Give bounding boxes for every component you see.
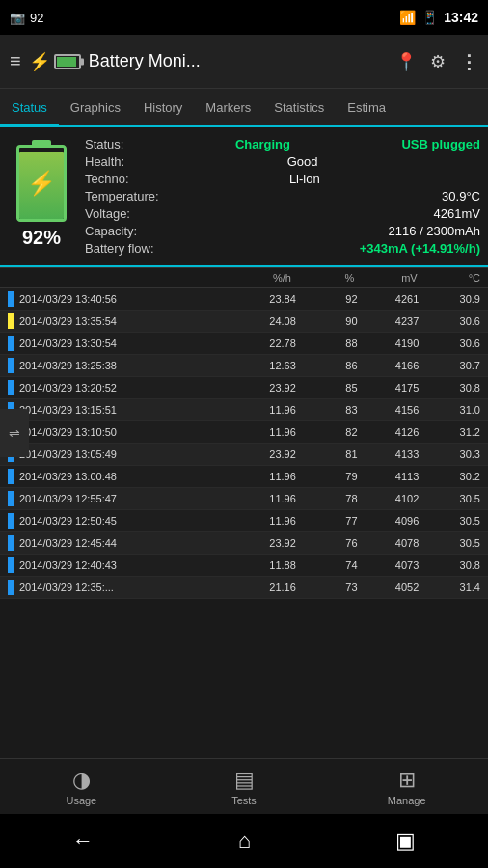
table-row[interactable]: 2014/03/29 12:35:... 21.16 73 4052 31.4: [0, 577, 488, 599]
row-indicator: [8, 313, 14, 329]
capacity-label: Capacity:: [85, 224, 137, 238]
row-temp: 30.9: [419, 293, 480, 305]
th-temp: °C: [418, 272, 480, 284]
row-datetime: 2014/03/29 13:35:54: [19, 315, 234, 327]
flow-label: Battery flow:: [85, 241, 154, 256]
nav-manage[interactable]: ⊞ Manage: [325, 759, 488, 814]
row-mv: 4113: [358, 471, 420, 482]
health-label: Health:: [85, 154, 124, 169]
row-datetime: 2014/03/29 13:40:56: [19, 293, 234, 305]
th-mv: mV: [354, 272, 417, 284]
row-mv: 4126: [358, 426, 420, 438]
battery-bar-icon: [54, 54, 81, 69]
tab-statistics[interactable]: Statistics: [262, 91, 336, 127]
usb-label: USB plugged: [401, 137, 480, 151]
table-row[interactable]: 2014/03/29 13:20:52 23.92 85 4175 30.8: [0, 377, 488, 399]
row-percent: 81: [296, 448, 358, 460]
nav-usage-label: Usage: [66, 795, 96, 806]
tab-estima[interactable]: Estima: [336, 91, 397, 127]
row-datetime: 2014/03/29 12:45:44: [19, 537, 234, 549]
tab-markers[interactable]: Markers: [194, 91, 262, 127]
tab-graphics[interactable]: Graphics: [59, 91, 132, 127]
location-icon[interactable]: 📍: [395, 51, 417, 72]
status-bar-number: 92: [30, 11, 43, 25]
row-rate: 11.96: [234, 493, 296, 504]
table-row[interactable]: 2014/03/29 13:15:51 11.96 83 4156 31.0: [0, 399, 488, 421]
table-row[interactable]: 2014/03/29 13:10:50 11.96 82 4126 31.2: [0, 421, 488, 444]
row-mv: 4190: [358, 338, 420, 349]
bolt-icon: ⚡: [27, 170, 56, 197]
row-mv: 4078: [358, 537, 420, 549]
row-percent: 77: [296, 515, 358, 527]
status-bar-left: 📷 92: [10, 11, 43, 25]
nav-tests[interactable]: ▤ Tests: [163, 759, 326, 814]
row-datetime: 2014/03/29 13:00:48: [19, 471, 234, 482]
table-row[interactable]: 2014/03/29 12:45:44 23.92 76 4078 30.5: [0, 532, 488, 555]
row-datetime: 2014/03/29 12:40:43: [19, 559, 234, 571]
capacity-value: 2116 / 2300mAh: [389, 224, 480, 238]
menu-button[interactable]: ≡: [10, 50, 21, 72]
main-content: ⇌ %/h % mV °C 2014/03/29 13:40:56 23.84 …: [0, 267, 488, 599]
row-rate: 24.08: [234, 315, 296, 327]
time-display: 13:42: [444, 10, 478, 25]
table-row[interactable]: 2014/03/29 12:55:47 11.96 78 4102 30.5: [0, 488, 488, 510]
nav-tests-label: Tests: [231, 795, 257, 806]
row-temp: 30.2: [419, 471, 480, 482]
row-indicator: [8, 535, 14, 551]
th-rate: %/h: [229, 272, 291, 284]
table-row[interactable]: 2014/03/29 13:30:54 22.78 88 4190 30.6: [0, 333, 488, 355]
row-rate: 11.88: [234, 559, 296, 571]
tab-bar: Status Graphics History Markers Statisti…: [0, 89, 488, 127]
row-mv: 4261: [358, 293, 420, 305]
filter-icon[interactable]: ⚙: [430, 51, 446, 72]
table-row[interactable]: 2014/03/29 12:50:45 11.96 77 4096 30.5: [0, 510, 488, 532]
app-title: Battery Moni...: [89, 51, 388, 71]
th-percent: %: [291, 272, 354, 284]
status-panel: ⚡ 92% Status: Charging USB plugged Healt…: [0, 127, 488, 265]
flow-row: Battery flow: +343mA (+14.91%/h): [85, 241, 480, 256]
row-percent: 82: [296, 426, 358, 438]
row-indicator: [8, 291, 14, 307]
manage-icon: ⊞: [398, 768, 416, 793]
table-row[interactable]: 2014/03/29 13:40:56 23.84 92 4261 30.9: [0, 288, 488, 311]
row-indicator: [8, 469, 14, 484]
tab-status[interactable]: Status: [0, 91, 59, 127]
row-percent: 85: [296, 382, 358, 393]
row-indicator: [8, 580, 14, 595]
tab-history[interactable]: History: [132, 91, 194, 127]
table-row[interactable]: 2014/03/29 13:00:48 11.96 79 4113 30.2: [0, 466, 488, 488]
battery-percent-label: 92%: [22, 227, 61, 249]
more-icon[interactable]: ⋮: [459, 50, 478, 73]
row-datetime: 2014/03/29 12:50:45: [19, 515, 234, 527]
row-percent: 73: [296, 582, 358, 593]
status-bar: 📷 92 📶 📱 13:42: [0, 0, 488, 35]
battery-big-icon: ⚡: [16, 145, 67, 222]
table-row[interactable]: 2014/03/29 13:25:38 12.63 86 4166 30.7: [0, 355, 488, 377]
row-datetime: 2014/03/29 13:15:51: [19, 404, 234, 416]
temp-value: 30.9°C: [442, 189, 480, 203]
row-mv: 4133: [358, 448, 420, 460]
back-button[interactable]: ←: [72, 828, 94, 854]
bolt-appbar-icon: ⚡: [29, 51, 50, 72]
temp-row: Temperature: 30.9°C: [85, 189, 480, 203]
row-rate: 23.92: [234, 537, 296, 549]
row-mv: 4175: [358, 382, 420, 393]
nav-usage[interactable]: ◑ Usage: [0, 759, 163, 814]
sidebar-control[interactable]: ⇌: [0, 409, 29, 457]
row-rate: 23.84: [234, 293, 296, 305]
row-indicator: [8, 336, 14, 351]
table-row[interactable]: 2014/03/29 12:40:43 11.88 74 4073 30.8: [0, 555, 488, 577]
status-label: Status:: [85, 137, 123, 151]
row-rate: 23.92: [234, 382, 296, 393]
row-indicator: [8, 513, 14, 529]
row-indicator: [8, 380, 14, 395]
recents-button[interactable]: ▣: [395, 828, 416, 854]
home-button[interactable]: ⌂: [238, 828, 251, 854]
row-rate: 11.96: [234, 426, 296, 438]
row-temp: 30.7: [419, 360, 480, 371]
status-info: Status: Charging USB plugged Health: Goo…: [85, 137, 480, 256]
table-row[interactable]: 2014/03/29 13:05:49 23.92 81 4133 30.3: [0, 444, 488, 466]
table-row[interactable]: 2014/03/29 13:35:54 24.08 90 4237 30.6: [0, 311, 488, 333]
row-mv: 4237: [358, 315, 420, 327]
wifi-icon: 📶: [399, 10, 416, 25]
